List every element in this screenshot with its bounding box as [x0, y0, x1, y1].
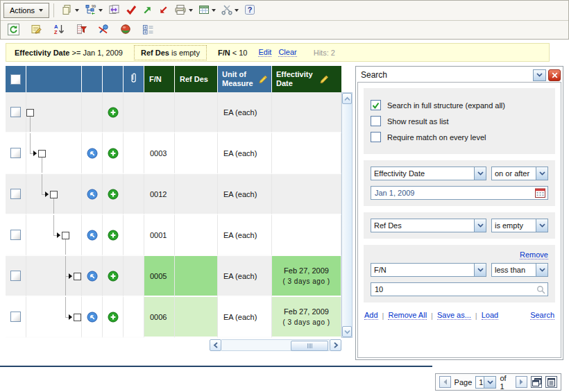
tree-node-toggle[interactable]	[74, 314, 81, 321]
copy-button[interactable]	[59, 3, 81, 18]
expand-levels-button[interactable]	[140, 22, 156, 37]
row-select-cell	[6, 256, 26, 297]
insert-icon[interactable]	[108, 312, 119, 323]
compare-button[interactable]	[106, 3, 122, 18]
checkbox[interactable]	[371, 116, 381, 126]
horizontal-scroll-thumb[interactable]	[291, 341, 328, 351]
criterion-field-select[interactable]: Ref Des	[371, 219, 486, 232]
select-all-header-cell[interactable]	[6, 66, 26, 92]
vertical-scroll-track[interactable]	[342, 104, 352, 326]
vertical-scrollbar[interactable]	[341, 92, 353, 338]
refresh-button[interactable]	[6, 22, 22, 37]
close-icon[interactable]	[548, 69, 561, 81]
search-criterion: RemoveF/Nless than10	[364, 245, 555, 302]
search-action-link[interactable]: Load	[482, 311, 498, 320]
insert-icon[interactable]	[108, 189, 119, 200]
search-action-link[interactable]: Save as...	[437, 311, 471, 320]
criterion-operator-select[interactable]: on or after	[491, 167, 548, 180]
unpin-button[interactable]	[96, 22, 111, 37]
tree-node-toggle[interactable]	[26, 109, 34, 117]
horizontal-scroll-track[interactable]	[221, 339, 330, 351]
insert-icon[interactable]	[108, 107, 119, 118]
criterion-field-select[interactable]: F/N	[371, 263, 486, 277]
tree-expand-arrow-icon[interactable]	[33, 151, 37, 156]
attachments-cell	[124, 215, 144, 256]
criterion-field-select[interactable]: Effectivity Date	[371, 167, 486, 180]
tree-node-toggle[interactable]	[62, 232, 69, 239]
export-table-button[interactable]	[196, 3, 218, 18]
search-option-label: Require match on every level	[387, 133, 486, 142]
navigate-icon[interactable]	[87, 271, 98, 282]
search-action-link[interactable]: Add	[364, 311, 378, 320]
row-checkbox[interactable]	[10, 312, 21, 322]
page-select[interactable]: 1	[475, 376, 496, 389]
next-page-button[interactable]	[516, 376, 527, 388]
insert-icon[interactable]	[108, 271, 119, 282]
uom-column-header: Unit of Measure	[218, 66, 272, 92]
copy-icon	[61, 4, 73, 17]
clear-filter-link[interactable]: Clear	[278, 48, 296, 57]
row-checkbox[interactable]	[10, 189, 21, 199]
scroll-up-button[interactable]	[342, 93, 352, 104]
horizontal-scrollbar[interactable]	[210, 339, 341, 351]
promote-arrow-button[interactable]	[140, 3, 155, 18]
tree-expand-arrow-icon[interactable]	[69, 273, 72, 279]
insert-icon[interactable]	[108, 230, 119, 241]
sort-az-button[interactable]: AZ	[51, 22, 67, 37]
navigate-icon[interactable]	[87, 230, 98, 241]
scroll-left-button[interactable]	[210, 339, 221, 351]
row-checkbox[interactable]	[10, 271, 21, 281]
navigate-icon[interactable]	[87, 148, 98, 159]
tree-expand-arrow-icon[interactable]	[57, 232, 60, 238]
chevron-down-icon	[99, 9, 103, 12]
select-all-checkbox[interactable]	[10, 74, 21, 85]
scroll-right-button[interactable]	[330, 339, 341, 351]
navigate-icon[interactable]	[87, 189, 98, 200]
structure-button[interactable]: 99	[83, 3, 105, 18]
calendar-icon[interactable]	[535, 188, 545, 198]
tree-node-toggle[interactable]	[50, 191, 58, 198]
structure-view-icon[interactable]	[531, 376, 543, 388]
actions-menu-button[interactable]: Actions	[3, 3, 49, 18]
list-view-icon[interactable]	[545, 376, 557, 388]
row-checkbox[interactable]	[10, 107, 21, 117]
demote-arrow-button[interactable]	[156, 3, 171, 18]
approve-check-button[interactable]	[124, 3, 139, 18]
scroll-down-button[interactable]	[342, 326, 352, 337]
refresh-icon	[8, 24, 19, 37]
row-checkbox[interactable]	[10, 148, 21, 158]
criterion-operator-select[interactable]: is empty	[491, 219, 548, 232]
insert-icon[interactable]	[108, 148, 119, 159]
tree-expand-arrow-icon[interactable]	[69, 314, 72, 320]
help-button[interactable]: ?	[242, 3, 257, 18]
search-submit-link[interactable]: Search	[530, 311, 554, 320]
refdes-cell	[175, 174, 218, 215]
row-checkbox[interactable]	[10, 230, 21, 240]
edit-note-button[interactable]	[28, 22, 44, 37]
paperclip-icon	[130, 72, 137, 86]
edit-column-icon[interactable]	[258, 74, 269, 84]
criterion-value-input[interactable]: Jan 1, 2009	[371, 186, 548, 200]
filter-column-icon	[76, 24, 87, 36]
navigate-icon[interactable]	[87, 312, 98, 323]
print-button[interactable]	[172, 3, 195, 18]
tree-node-toggle[interactable]	[38, 150, 46, 157]
attachments-cell	[124, 92, 144, 133]
edit-column-icon[interactable]	[319, 74, 330, 84]
tools-button[interactable]	[219, 3, 241, 18]
previous-page-button[interactable]	[439, 376, 451, 388]
tree-node-toggle[interactable]	[74, 273, 81, 280]
edit-filter-link[interactable]: Edit	[258, 48, 271, 57]
search-action-link[interactable]: Remove All	[388, 311, 427, 320]
chevron-down-icon	[474, 264, 486, 276]
criterion-operator-select[interactable]: less than	[491, 263, 548, 277]
tree-expand-arrow-icon[interactable]	[45, 191, 49, 197]
sphere-button[interactable]	[118, 22, 133, 37]
criterion-value-input[interactable]: 10	[371, 282, 548, 296]
row-select-cell	[6, 215, 26, 256]
filter-column-button[interactable]	[74, 22, 89, 37]
checkbox[interactable]	[371, 132, 381, 142]
remove-criterion-link[interactable]: Remove	[520, 250, 548, 259]
panel-dropdown-button[interactable]	[533, 69, 546, 81]
checkbox-checked[interactable]	[371, 100, 381, 110]
